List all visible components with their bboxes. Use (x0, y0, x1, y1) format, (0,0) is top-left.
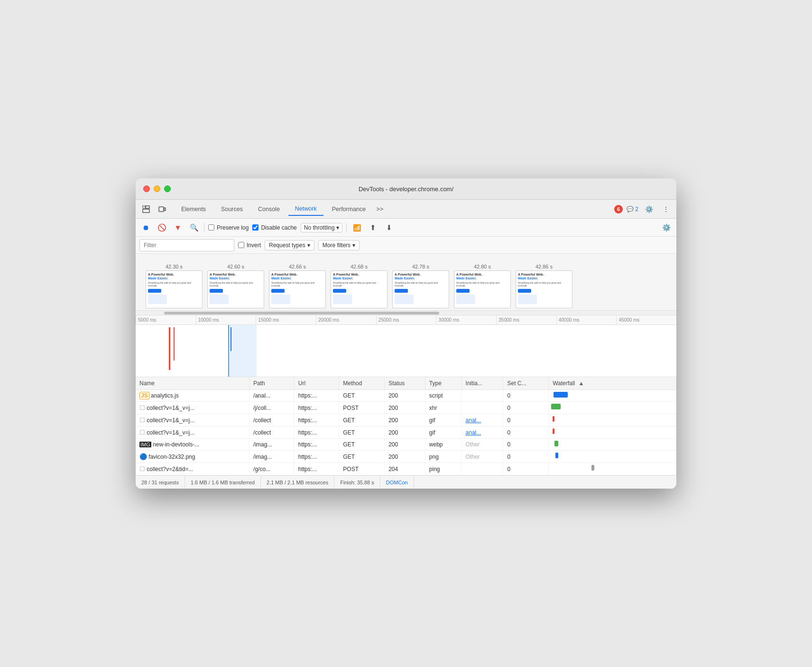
screenshot-item-0[interactable]: 42.30 s A Powerful Web.Made Easier. Simp… (143, 264, 205, 308)
cell-method: GET (339, 439, 385, 451)
settings-icon[interactable]: ⚙️ (642, 203, 655, 216)
tab-bar-icons (139, 203, 169, 216)
import-icon[interactable]: ⬆ (367, 222, 379, 234)
more-filters-button[interactable]: More filters ▾ (318, 240, 360, 250)
waterfall-sort-arrow: ▲ (578, 380, 584, 387)
table-row[interactable]: IMG new-in-devtools-... /imag... https:.… (136, 439, 676, 451)
screenshot-item-3[interactable]: 42.68 s A Powerful Web.Made Easier. Simp… (328, 264, 390, 308)
request-types-button[interactable]: Request types ▾ (265, 240, 314, 250)
error-badge: 6 (614, 205, 623, 213)
cell-path: /imag... (249, 439, 295, 451)
col-header-method[interactable]: Method (339, 377, 385, 390)
screenshot-item-1[interactable]: 42.60 s A Powerful Web.Made Easier. Simp… (205, 264, 267, 308)
cell-status: 204 (385, 463, 425, 475)
preserve-log-checkbox[interactable] (208, 224, 214, 231)
col-header-waterfall[interactable]: Waterfall ▲ (549, 377, 676, 390)
disable-cache-checkbox-label[interactable]: Disable cache (252, 224, 296, 231)
cell-type: png (425, 451, 461, 463)
inspect-icon[interactable] (139, 203, 153, 216)
more-tabs-button[interactable]: >> (374, 205, 385, 213)
timeline-ruler: 5000 ms 10000 ms 15000 ms 20000 ms 25000… (136, 315, 676, 325)
screenshot-thumb-2: A Powerful Web.Made Easier. Simplifying … (269, 270, 326, 308)
cell-waterfall (549, 414, 676, 426)
cell-status: 200 (385, 451, 425, 463)
throttle-select[interactable]: No throttling ▾ (301, 223, 343, 232)
cell-setc: 0 (503, 414, 549, 426)
table-row[interactable]: ☐ collect?v=1&_v=j... /collect https:...… (136, 414, 676, 426)
ruler-mark-7: 40000 ms (556, 315, 617, 324)
scroll-thumb[interactable] (164, 312, 439, 315)
invert-checkbox-label[interactable]: Invert (238, 242, 261, 249)
col-header-type[interactable]: Type (425, 377, 461, 390)
cell-url: https:... (294, 414, 339, 426)
horizontal-scrollbar[interactable] (136, 311, 676, 315)
table-row[interactable]: ☐ collect?v=1&_v=j... /j/coll... https:.… (136, 402, 676, 414)
screenshot-item-6[interactable]: 42.86 s A Powerful Web.Made Easier. Simp… (513, 264, 575, 308)
tab-elements[interactable]: Elements (175, 203, 212, 215)
tab-performance[interactable]: Performance (325, 203, 373, 215)
close-button[interactable] (143, 185, 150, 192)
cell-initiator (461, 463, 503, 475)
maximize-button[interactable] (164, 185, 171, 192)
timeline-bar-red-1 (169, 327, 170, 370)
svg-rect-4 (164, 208, 166, 211)
more-options-icon[interactable]: ⋮ (659, 203, 673, 216)
disable-cache-checkbox[interactable] (252, 224, 258, 231)
status-domcon[interactable]: DOMCon (380, 476, 414, 489)
cell-setc: 0 (503, 426, 549, 439)
record-button[interactable]: ⏺ (139, 222, 152, 234)
cell-status: 200 (385, 390, 425, 402)
table-row[interactable]: ☐ collect?v=2&tid=... /g/co... https:...… (136, 463, 676, 475)
timeline-body (136, 325, 676, 377)
minimize-button[interactable] (154, 185, 160, 192)
search-icon[interactable]: 🔍 (188, 222, 200, 234)
table-row[interactable]: JS analytics.js /anal... https:... GET 2… (136, 390, 676, 402)
tab-console[interactable]: Console (251, 203, 286, 215)
ruler-mark-5: 30000 ms (436, 315, 496, 324)
wifi-icon[interactable]: 📶 (351, 222, 363, 234)
screenshot-item-5[interactable]: 42.80 s A Powerful Web.Made Easier. Simp… (452, 264, 513, 308)
table-row[interactable]: ☐ collect?v=1&_v=j... /collect https:...… (136, 426, 676, 439)
col-header-name[interactable]: Name (136, 377, 249, 390)
network-table-wrapper[interactable]: Name Path Url Method Status Type Initia.… (136, 377, 676, 475)
col-header-path[interactable]: Path (249, 377, 295, 390)
cell-method: GET (339, 390, 385, 402)
table-row[interactable]: 🔵 favicon-32x32.png /imag... https:... G… (136, 451, 676, 463)
screenshot-item-4[interactable]: 42.78 s A Powerful Web.Made Easier. Simp… (390, 264, 452, 308)
cell-initiator[interactable]: anal... (461, 426, 503, 439)
cell-waterfall (549, 390, 676, 402)
ruler-mark-0: 5000 ms (136, 315, 196, 324)
col-header-initiator[interactable]: Initia... (461, 377, 503, 390)
col-header-status[interactable]: Status (385, 377, 425, 390)
cell-initiator[interactable]: anal... (461, 414, 503, 426)
device-toolbar-icon[interactable] (156, 203, 169, 216)
tab-sources[interactable]: Sources (214, 203, 249, 215)
status-bar: 28 / 31 requests 1.6 MB / 1.6 MB transfe… (136, 475, 676, 489)
preserve-log-checkbox-label[interactable]: Preserve log (208, 224, 249, 231)
screenshot-thumb-1: A Powerful Web.Made Easier. Simplifying … (207, 270, 264, 308)
export-icon[interactable]: ⬇ (383, 222, 395, 234)
cell-initiator (461, 390, 503, 402)
cell-type: ping (425, 463, 461, 475)
filter-icon[interactable]: ▼ (172, 222, 184, 234)
tab-network[interactable]: Network (288, 203, 323, 216)
timeline-bar-red-2 (174, 327, 175, 361)
filter-input[interactable] (139, 239, 234, 251)
cell-type: xhr (425, 402, 461, 414)
network-settings-icon[interactable]: ⚙️ (660, 222, 673, 234)
screenshot-thumb-0: A Powerful Web.Made Easier. Simplifying … (146, 270, 203, 308)
invert-checkbox[interactable] (238, 242, 244, 248)
clear-button[interactable]: 🚫 (156, 222, 168, 234)
cell-initiator: Other (461, 439, 503, 451)
ruler-mark-6: 35000 ms (496, 315, 556, 324)
col-header-setc[interactable]: Set C... (503, 377, 549, 390)
screenshot-thumb-3: A Powerful Web.Made Easier. Simplifying … (331, 270, 388, 308)
screenshot-item-2[interactable]: 42.66 s A Powerful Web.Made Easier. Simp… (267, 264, 328, 308)
timeline[interactable]: 5000 ms 10000 ms 15000 ms 20000 ms 25000… (136, 315, 676, 377)
table-body: JS analytics.js /anal... https:... GET 2… (136, 390, 676, 475)
cell-method: POST (339, 402, 385, 414)
devtools-body: Elements Sources Console Network Perform… (136, 199, 676, 489)
svg-rect-2 (143, 209, 149, 213)
col-header-url[interactable]: Url (294, 377, 339, 390)
cell-type: gif (425, 426, 461, 439)
